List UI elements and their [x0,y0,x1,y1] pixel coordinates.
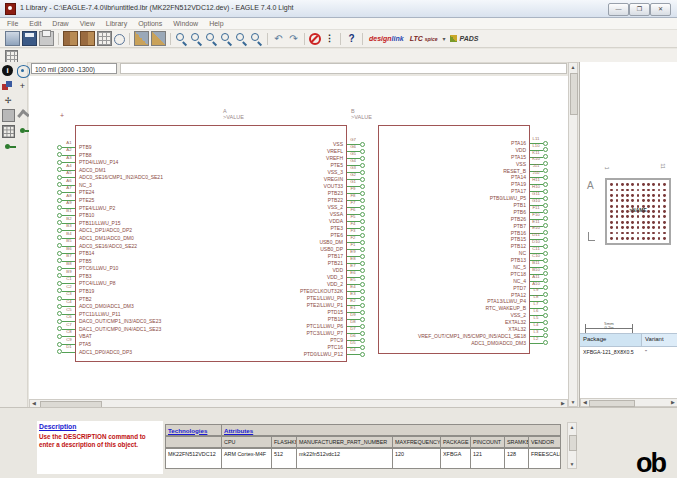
pin-row[interactable]: E4PTE0/CLKOUT32K [146,288,346,294]
pin-row[interactable]: E5VDD_2 [146,281,346,287]
close-button[interactable]: ✕ [650,3,671,16]
pin-row[interactable]: F3PTE6 [146,232,346,238]
pin-row[interactable]: G4PTE5 [146,162,346,168]
pin-row[interactable]: E11PTB7 [329,223,529,229]
stop-icon[interactable] [309,33,321,45]
gate-a-symbol[interactable]: A1PTB9A2PTB8A3PTD4/LLWU_P14A4ADC0_DM1A5A… [75,125,347,362]
pin-row[interactable]: F2USB0_DM [146,239,346,245]
menu-view[interactable]: View [80,20,95,27]
technology-cell[interactable]: MK22FN512VDC12 [165,448,221,468]
frame-icon[interactable] [151,31,166,46]
design-link-button[interactable]: designlink [369,35,404,42]
pin-row[interactable]: K11PTA15 [329,154,529,160]
pin-row[interactable]: D6PTC9 [146,337,346,343]
attr-value-cell[interactable]: XFBGA [440,448,470,468]
pin-row[interactable]: L3VREF_OUT/CMP1_IN5/CMP0_IN5/ADC1_SE18 [329,333,529,339]
package-table-scrollbar[interactable]: ◀▶ [580,398,677,407]
attributes-table[interactable]: TechnologiesAttributesCPUFLASHKBMANUFACT… [165,424,561,469]
variant-column-header[interactable]: Variant [642,334,677,346]
menu-library[interactable]: Library [106,20,127,27]
table-icon[interactable] [2,125,15,138]
pin-row[interactable]: G11PTB0/LLWU_P5 [329,195,529,201]
attr-value-cell[interactable]: 128 [504,448,528,468]
pin-row[interactable]: E1PTD15 [146,309,346,315]
description-link[interactable]: Description [39,423,163,430]
display-layers-icon[interactable] [2,81,13,92]
pin-row[interactable]: L11PTA16 [329,140,529,146]
attr-value-cell[interactable]: 120 [392,448,440,468]
pin-row[interactable]: E9PTB17 [146,253,346,259]
command-line-input[interactable] [120,63,567,74]
pin-row[interactable]: F6VSSA [146,211,346,217]
pin-row[interactable]: D4PTD0/LLWU_P12 [146,351,346,357]
zoom-fit-icon[interactable] [175,32,188,45]
gate-b-symbol[interactable]: L11PTA16L10VDDK11PTA15K10VSSJ11RESET_BJ1… [378,125,530,354]
menu-edit[interactable]: Edit [29,20,41,27]
pin-row[interactable]: E8PTB21 [146,260,346,266]
pin-row[interactable]: E7VDD [146,267,346,273]
pin-row[interactable]: F1USB0_DP [146,246,346,252]
pin-row[interactable]: D8PTC1/LLWU_P6 [146,323,346,329]
zoom-in-icon[interactable] [190,32,203,45]
pin-row[interactable]: D7PTC3/LLWU_P7 [146,330,346,336]
pin-row[interactable]: D5PTC16 [146,344,346,350]
pin-row[interactable]: H10PTA17 [329,188,529,194]
minimize-button[interactable]: — [608,3,629,16]
rect-icon[interactable] [2,109,15,122]
sheet-icon[interactable] [134,31,149,46]
pin-row[interactable]: E2PTE2/LLWU_P1 [146,302,346,308]
technologies-header[interactable]: Technologies [165,424,221,435]
pin-row[interactable]: G1VOUT33 [146,183,346,189]
pin-row[interactable]: L9PTA12 [329,292,529,298]
mark-icon[interactable]: + [17,81,28,92]
pin-row[interactable]: A10PTD7 [329,285,529,291]
pin-row[interactable]: F11PTB6 [329,209,529,215]
symbol-icon[interactable] [114,34,125,45]
undo-icon[interactable]: ↶ [272,32,285,45]
pin-row[interactable]: K10VSS [329,161,529,167]
pin-row[interactable]: G2VREGIN [146,176,346,182]
zoom-out-icon[interactable] [205,32,218,45]
pin-row[interactable]: L5EXTAL32 [329,319,529,325]
package-column-header[interactable]: Package [580,334,642,346]
menu-draw[interactable]: Draw [52,20,68,27]
move-icon[interactable]: ✢ [2,95,13,106]
device-icon[interactable] [80,31,95,46]
pin-row[interactable]: C10PTB13 [329,257,529,263]
pin-row[interactable]: B11NC_5 [329,264,529,270]
pin-row[interactable]: J11RESET_B [329,168,529,174]
zoom-redraw-icon[interactable] [220,32,233,45]
ltc-spice-button[interactable]: LTC spice [410,35,438,42]
canvas-vertical-scrollbar[interactable]: ▲▼ [568,62,578,407]
connect-icon[interactable] [5,144,10,149]
attr-value-cell[interactable]: 512 [271,448,296,468]
redo-icon[interactable]: ↷ [287,32,300,45]
help-icon[interactable]: ? [345,32,358,45]
attr-value-cell[interactable]: ARM Cortex-M4F [221,448,271,468]
zoom-select-icon[interactable] [235,32,248,45]
pin-row[interactable]: G3VSS_3 [146,169,346,175]
pin-row[interactable]: L6VSS_2 [329,312,529,318]
pin-row[interactable]: G7VSS [146,141,346,147]
go-icon[interactable]: ⋮ [323,32,336,45]
info-icon[interactable]: i [2,65,13,76]
pin-row[interactable]: H11PTA19 [329,181,529,187]
print-icon[interactable] [39,31,54,46]
title-bar[interactable]: 1 Library - C:\EAGLE-7.4.0\lbr\untitled.… [0,0,677,18]
attr-value-cell[interactable]: FREESCALE [528,448,561,468]
attributes-scrollbar[interactable]: ▲▼ [567,422,577,469]
save-icon[interactable] [22,31,37,46]
pin-row[interactable]: A11NC_4 [329,278,529,284]
pin-row[interactable]: G5VREFH [146,155,346,161]
zoom-last-icon[interactable] [250,32,263,45]
pin-row[interactable]: E10PTB16 [329,230,529,236]
package-icon[interactable] [97,31,112,46]
ltc-dropdown-caret[interactable]: ▾ [442,35,445,42]
pin-row[interactable]: L10VDD [329,147,529,153]
wrench-icon[interactable] [17,109,30,122]
library-icon[interactable] [63,31,78,46]
pin-row[interactable]: L4XTAL32 [329,326,529,332]
attributes-header[interactable]: Attributes [221,424,561,435]
pin-row[interactable]: D10PTB12 [329,243,529,249]
pin-row[interactable]: F8PTB22 [146,197,346,203]
